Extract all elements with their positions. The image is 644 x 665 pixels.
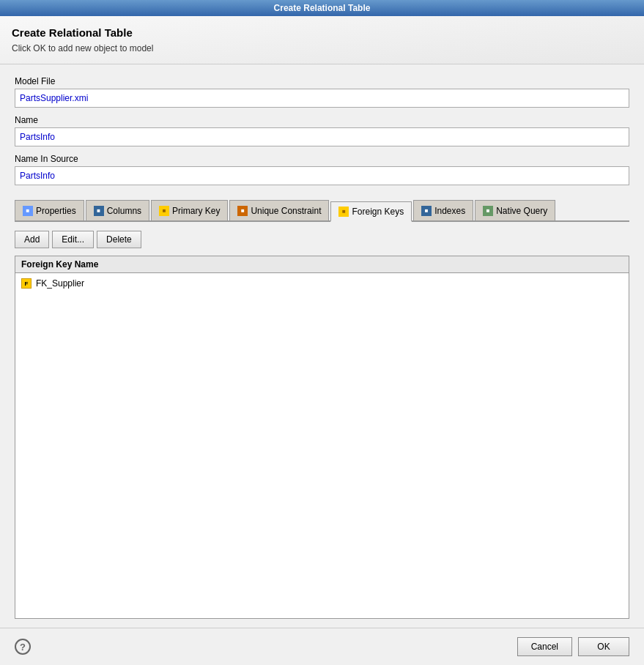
columns-icon: ■ xyxy=(94,206,104,216)
delete-button[interactable]: Delete xyxy=(97,231,141,248)
tab-uniqueconstraint-label: Unique Constraint xyxy=(251,206,321,216)
model-file-input[interactable] xyxy=(15,89,629,108)
tab-indexes[interactable]: ■ Indexes xyxy=(413,200,473,220)
footer-section: ? Cancel OK xyxy=(0,628,644,665)
dialog-content: Create Relational Table Click OK to add … xyxy=(0,16,644,665)
toolbar: Add Edit... Delete xyxy=(15,231,629,248)
tabs-section: ■ Properties ■ Columns ■ Primary Key ■ U… xyxy=(0,200,644,222)
model-file-label: Model File xyxy=(15,76,629,86)
title-bar: Create Relational Table xyxy=(0,0,644,16)
header-subtitle: Click OK to add new object to model xyxy=(12,43,632,53)
name-label: Name xyxy=(15,115,629,125)
add-button[interactable]: Add xyxy=(15,231,49,248)
form-section: Model File Name Name In Source xyxy=(0,64,644,200)
tabs-bar: ■ Properties ■ Columns ■ Primary Key ■ U… xyxy=(15,200,629,222)
tab-panel-foreignkeys: Add Edit... Delete Foreign Key Name F FK… xyxy=(0,222,644,628)
name-group: Name xyxy=(15,115,629,146)
header-section: Create Relational Table Click OK to add … xyxy=(0,16,644,64)
table-row[interactable]: F FK_Supplier xyxy=(15,276,629,291)
title-bar-label: Create Relational Table xyxy=(274,3,371,13)
nativequery-icon: ■ xyxy=(483,206,493,216)
tab-columns-label: Columns xyxy=(107,206,141,216)
primarykey-icon: ■ xyxy=(159,206,169,216)
fk-row-icon: F xyxy=(21,278,32,289)
cancel-button[interactable]: Cancel xyxy=(517,637,572,656)
table-body: F FK_Supplier xyxy=(15,273,629,294)
tab-primarykey[interactable]: ■ Primary Key xyxy=(151,200,228,220)
tab-nativequery-label: Native Query xyxy=(496,206,547,216)
tab-foreignkeys[interactable]: ■ Foreign Keys xyxy=(330,201,412,222)
name-in-source-group: Name In Source xyxy=(15,154,629,185)
indexes-icon: ■ xyxy=(421,206,432,216)
model-file-group: Model File xyxy=(15,76,629,108)
tab-uniqueconstraint[interactable]: ■ Unique Constraint xyxy=(229,200,329,220)
tab-indexes-label: Indexes xyxy=(434,206,465,216)
tab-properties[interactable]: ■ Properties xyxy=(15,200,84,220)
name-in-source-label: Name In Source xyxy=(15,154,629,164)
properties-icon: ■ xyxy=(23,206,33,216)
name-in-source-input[interactable] xyxy=(15,166,629,185)
header-title: Create Relational Table xyxy=(12,26,632,39)
foreignkeys-icon: ■ xyxy=(338,207,349,217)
tab-nativequery[interactable]: ■ Native Query xyxy=(475,200,555,220)
tab-columns[interactable]: ■ Columns xyxy=(86,200,149,220)
name-input[interactable] xyxy=(15,127,629,146)
tab-foreignkeys-label: Foreign Keys xyxy=(352,207,404,217)
ok-button[interactable]: OK xyxy=(578,637,629,656)
help-icon[interactable]: ? xyxy=(15,639,31,655)
table-column-header: Foreign Key Name xyxy=(15,256,629,273)
foreignkeys-table: Foreign Key Name F FK_Supplier xyxy=(15,256,629,619)
tab-properties-label: Properties xyxy=(36,206,76,216)
uniqueconstraint-icon: ■ xyxy=(237,206,248,216)
edit-button[interactable]: Edit... xyxy=(52,231,94,248)
footer-help: ? xyxy=(15,639,31,655)
tab-primarykey-label: Primary Key xyxy=(172,206,220,216)
fk-name: FK_Supplier xyxy=(36,278,84,289)
